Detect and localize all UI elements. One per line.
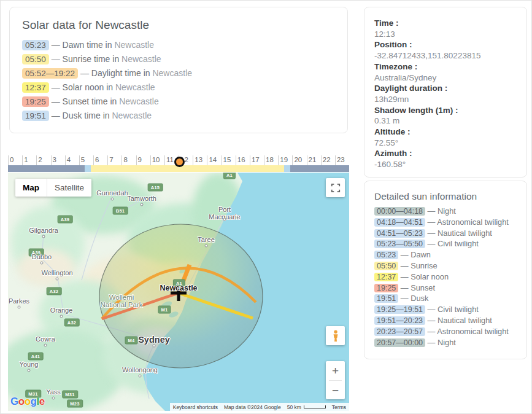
town-dot (40, 262, 44, 265)
timeline-hour-label: 1 (22, 155, 36, 165)
map-type-control: Map Satellite (15, 179, 91, 197)
sun-phase-row: 05:23—05:50 — Civil twilight (374, 239, 517, 250)
road-badge-a32: A32 (64, 319, 80, 327)
timeline-hour-label: 2 (36, 155, 50, 165)
info-field-label: Shadow length (1m) : (374, 105, 517, 116)
map-label-wollemi-national-park: WollemiNational Park (100, 294, 142, 308)
sun-phase-label: — Nautical twilight (425, 316, 492, 325)
map-label-taree: Taree (198, 236, 215, 243)
map-label-parkes: Parkes (9, 297, 29, 305)
solar-time-row: 05:23 — Dawn time in Newcastle (22, 40, 335, 54)
town-dot (44, 344, 47, 347)
info-field: Shadow length (1m) :0.31 m (374, 105, 517, 127)
road-badge-b51: B51 (113, 207, 128, 215)
town-dot (56, 278, 59, 281)
keyboard-shortcuts-link[interactable]: Keyboard shortcuts (170, 403, 221, 411)
timeline-segment-day (91, 165, 284, 172)
solar-data-panel: Solar data for Newcastle 05:23 — Dawn ti… (9, 7, 348, 133)
road-badge-a39: A39 (58, 216, 73, 224)
map-attribution: Keyboard shortcuts Map data ©2024 Google… (170, 403, 349, 411)
terms-link[interactable]: Terms (329, 403, 349, 411)
solar-time-city: Newcastle (115, 82, 155, 92)
map-scale: 50 km (284, 403, 329, 411)
info-field-label: Azimuth : (374, 148, 517, 159)
sun-phase-row: 04:18—04:51 — Astronomical twilight (374, 217, 517, 228)
page-title: Solar data for Newcastle (22, 18, 335, 32)
time-range-badge: 04:51—05:23 (374, 229, 425, 238)
info-field: Position :-32.84712433,151.80223815 (374, 39, 517, 61)
info-field-value: -32.84712433,151.80223815 (374, 50, 517, 61)
google-logo-letter: G (10, 396, 18, 407)
solar-time-row: 05:52—19:22 — Daylight time in Newcastle (22, 68, 335, 82)
solar-data-page: Solar data for Newcastle 05:23 — Dawn ti… (0, 0, 532, 414)
map-label-gilgandra: Gilgandra (29, 227, 58, 234)
sun-phase-label: — Astronomical twilight (425, 327, 509, 336)
solar-time-row: 05:50 — Sunrise time in Newcastle (22, 54, 335, 68)
info-field-label: Position : (374, 39, 517, 50)
solar-time-city: Newcastle (119, 96, 159, 106)
time-badge: 19:25 (22, 96, 49, 107)
info-field-value: 72.55° (374, 138, 517, 149)
sun-phase-row: 20:57—00:00 — Night (374, 338, 517, 349)
solar-time-label: — Dawn time in (49, 40, 115, 50)
zoom-out-button[interactable]: − (326, 381, 345, 400)
satellite-button[interactable]: Satellite (47, 179, 91, 197)
info-field: Azimuth :-160.58° (374, 148, 517, 170)
sun-phase-label: — Civil twilight (425, 239, 479, 248)
hour-timeline[interactable]: 01234567891011121314151617181920212223 (8, 155, 349, 173)
sun-phase-row: 19:51 — Dusk (374, 294, 517, 305)
road-badge-m1: M1 (158, 306, 171, 314)
fullscreen-button[interactable] (326, 178, 345, 197)
town-dot (28, 369, 31, 372)
map-label-tamworth: Tamworth (127, 195, 156, 202)
solar-time-label: — Daylight time in (78, 68, 152, 78)
timeline-hour-label: 10 (150, 155, 164, 165)
time-badge: 05:23 (22, 40, 49, 50)
map-button[interactable]: Map (15, 179, 47, 197)
timeline-current-time-marker[interactable] (174, 157, 185, 167)
info-field: Time :12:13 (374, 18, 517, 39)
town-dot (111, 198, 114, 201)
road-badge-a1: A1 (223, 173, 236, 179)
google-logo[interactable]: Google (10, 396, 45, 408)
sun-phase-row: 19:25 — Sunset (374, 283, 517, 294)
road-badge-m4: M4 (125, 337, 137, 345)
map-label-newcastle: Newcastle (160, 284, 197, 292)
solar-time-label: — Sunrise time in (49, 54, 121, 64)
solar-time-row: 19:51 — Dusk time in Newcastle (22, 111, 335, 125)
sun-phase-label: — Dusk (398, 294, 428, 303)
town-dot (42, 235, 45, 238)
time-range-badge: 05:23 (374, 251, 398, 259)
timeline-segment-twilight (284, 165, 290, 172)
map-label-cowra: Cowra (36, 335, 55, 343)
sun-phase-label: — Night (425, 338, 456, 347)
google-logo-letter: o (18, 396, 25, 407)
timeline-hour-label: 13 (193, 155, 207, 165)
sun-phase-row: 19:51—20:23 — Nautical twilight (374, 316, 517, 327)
pegman-icon (331, 330, 340, 342)
solar-time-city: Newcastle (152, 68, 192, 78)
google-logo-letter: o (25, 396, 31, 407)
timeline-hour-label: 17 (250, 155, 264, 165)
town-dot (223, 218, 226, 221)
street-view-pegman-button[interactable] (326, 326, 345, 345)
sun-phase-row: 04:51—05:23 — Nautical twilight (374, 228, 517, 240)
sun-phase-label: — Night (425, 206, 456, 216)
info-field: Timezone :Australia/Sydney (374, 61, 517, 83)
info-field-value: -160.58° (374, 159, 517, 170)
fullscreen-icon (331, 183, 341, 193)
sun-phase-row: 19:25—19:51 — Civil twilight (374, 305, 517, 316)
sun-phase-label: — Dawn (398, 250, 431, 259)
google-map[interactable]: Map Satellite + − Google Keyboard shortc (8, 173, 349, 411)
timeline-hour-label: 23 (335, 155, 349, 165)
map-label-gunnedah: Gunnedah (96, 189, 128, 197)
solar-time-city: Newcastle (114, 40, 154, 50)
map-label-wellington: Wellington (41, 269, 72, 276)
town-dot (205, 244, 208, 248)
solar-time-row: 12:37 — Solar noon in Newcastle (22, 82, 335, 96)
map-label-yass: Yass (46, 388, 61, 396)
map-label-young: Young (20, 361, 39, 368)
scale-bar (304, 405, 326, 408)
road-badge-a15: A15 (148, 184, 163, 192)
zoom-in-button[interactable]: + (326, 361, 345, 380)
